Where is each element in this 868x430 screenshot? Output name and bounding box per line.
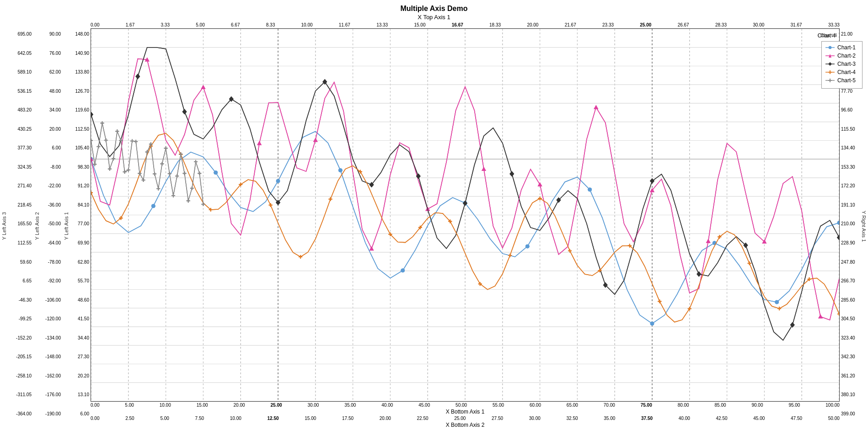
x-top-tick: 11.67: [339, 22, 350, 27]
x-top-tick: 8.33: [266, 22, 275, 27]
y-left3-tick: 430.25: [10, 127, 32, 132]
chart-marker: [190, 186, 194, 190]
chart-marker: [96, 145, 100, 149]
x-bottom2-tick: 37.50: [641, 416, 653, 421]
y-left1-tick: 112.50: [72, 127, 89, 132]
y-right1-tick: 342.30: [841, 354, 858, 359]
y-left3-tick: 536.15: [10, 89, 32, 94]
x-bottom2-tick: 25.00: [454, 416, 466, 421]
x-top-ticks: 0.001.673.335.006.678.3310.0011.6713.331…: [91, 22, 840, 28]
legend-label: Chart-5: [837, 77, 856, 84]
chart-marker: [299, 255, 302, 259]
y-left-axis-1-label: Y Left Axis 1: [62, 22, 70, 430]
y-right1-tick: 134.40: [841, 145, 858, 150]
chart-plot-container: 0.001.673.335.006.678.3310.0011.6713.331…: [91, 22, 840, 430]
chart-marker: [198, 171, 201, 175]
y-left3-tick: -99.25: [10, 316, 32, 321]
y-right1-tick: 323.40: [841, 335, 858, 340]
y-left3-tick: -205.15: [10, 354, 32, 359]
x-bottom1-tick: 30.00: [307, 403, 319, 408]
legend-label: Chart-4: [837, 69, 856, 75]
y-left1-tick: 126.70: [72, 89, 89, 94]
y-left-axis-3-label: Y Left Axis 3: [0, 22, 8, 430]
x-top-tick: 16.67: [452, 22, 463, 27]
y-left3-tick: -152.20: [10, 335, 32, 340]
chart-marker: [168, 172, 171, 175]
x-bottom1-tick: 25.00: [270, 403, 282, 408]
x-bottom2-tick: 42.50: [716, 416, 728, 421]
chart-marker: [214, 171, 218, 175]
y-left1-tick: 48.60: [72, 297, 89, 303]
y-left3-tick: -311.05: [10, 392, 32, 397]
x-bottom1-tick: 75.00: [641, 403, 652, 408]
chart-marker: [91, 139, 93, 143]
chart-marker: [538, 182, 542, 186]
legend-label: Chart-1: [837, 44, 856, 51]
y-left1-tick: 148.00: [72, 32, 89, 37]
y-right1-tick: 228.90: [841, 240, 858, 245]
chart-marker: [135, 74, 140, 79]
x-bottom-axis-2-ticks: 0.002.505.007.5010.0012.5015.0017.5020.0…: [91, 415, 840, 421]
x-bottom1-tick: 85.00: [715, 403, 726, 408]
x-bottom1-tick: 15.00: [197, 403, 208, 408]
y-left1-tick: 77.00: [72, 221, 89, 226]
y-left3-tick: 377.30: [10, 145, 32, 150]
x-bottom2-tick: 5.00: [160, 416, 169, 421]
y-right1-tick: 285.60: [841, 297, 858, 303]
y-left1-tick: 140.90: [72, 51, 89, 56]
x-bottom2-tick: 12.50: [268, 416, 279, 421]
y-left3-tick: 218.45: [10, 202, 32, 207]
y-left1-tick: 119.60: [72, 107, 89, 112]
legend-marker: [825, 45, 835, 50]
x-top-tick: 20.00: [527, 22, 538, 27]
y-left1-tick: 13.10: [72, 392, 89, 397]
y-left2-tick: -92.00: [43, 278, 61, 283]
y-left-axis-1-ticks: 148.00140.90133.80126.70119.60112.50105.…: [70, 22, 91, 430]
y-left2-tick: 90.00: [43, 32, 61, 37]
y-left1-tick: 55.70: [72, 278, 89, 283]
chart-marker: [130, 139, 134, 143]
y-right1-tick: 361.20: [841, 373, 858, 378]
y-left1-tick: 20.20: [72, 373, 89, 378]
chart-marker: [329, 197, 332, 201]
y-right1-tick: 399.00: [841, 411, 858, 416]
y-left1-tick: 105.40: [72, 145, 89, 150]
x-bottom1-tick: 100.00: [825, 403, 840, 408]
chart-marker: [160, 162, 164, 165]
chart-marker: [538, 196, 542, 200]
chart-marker: [370, 246, 374, 250]
chart-marker: [171, 194, 175, 197]
x-bottom1-tick: 55.00: [493, 403, 504, 408]
chart-marker: [123, 170, 127, 174]
y-left-axis-2-label: Y Left Axis 2: [33, 22, 41, 430]
chart-marker: [276, 179, 280, 183]
chart-marker: [688, 307, 691, 311]
chart-marker: [108, 167, 112, 171]
chart-marker: [525, 244, 529, 248]
x-top-tick: 23.33: [602, 22, 614, 27]
x-top-tick: 31.67: [791, 22, 802, 27]
x-top-tick: 25.00: [640, 22, 651, 27]
x-top-tick: 15.00: [414, 22, 425, 27]
x-top-tick: 13.33: [376, 22, 388, 27]
x-bottom1-tick: 60.00: [530, 403, 541, 408]
y-axes-left: Y Left Axis 3 695.00642.05589.10536.1548…: [0, 22, 91, 430]
y-right1-tick: 247.80: [841, 260, 858, 265]
legend-box: Chart-1Chart-2Chart-3Chart-4Chart-5: [821, 41, 863, 89]
x-bottom2-tick: 7.50: [195, 416, 204, 421]
y-left1-tick: 69.90: [72, 240, 89, 245]
y-left3-tick: 324.35: [10, 165, 32, 170]
y-left2-tick: 76.00: [43, 51, 61, 56]
y-left2-tick: -190.00: [43, 411, 61, 416]
x-top-tick: 18.33: [489, 22, 501, 27]
chart-marker: [777, 307, 781, 310]
y-left1-tick: 6.00: [72, 411, 89, 416]
y-left1-tick: 27.30: [72, 354, 89, 359]
y-right1-tick: 21.00: [841, 32, 858, 37]
y-left3-tick: 165.50: [10, 221, 32, 226]
y-left2-tick: -120.00: [43, 316, 61, 321]
chart-marker: [151, 204, 155, 208]
chart-marker: [650, 322, 654, 325]
y-left2-tick: -148.00: [43, 354, 61, 359]
chart-4-plot-label: Chart 4: [818, 32, 836, 39]
